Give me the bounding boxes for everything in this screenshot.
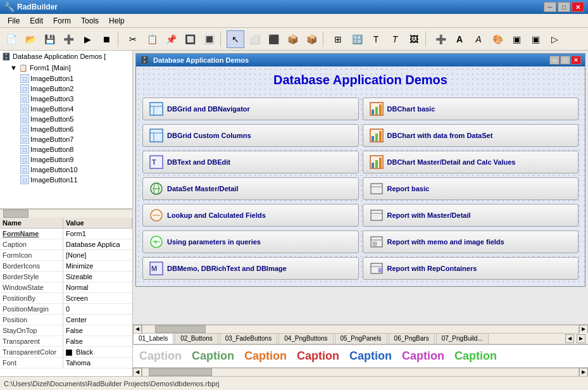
tab-fadebuttons[interactable]: 03_FadeButtons xyxy=(220,333,277,344)
tab-next-btn[interactable]: ▶ xyxy=(577,334,585,343)
tab-pngbars[interactable]: 06_PngBars xyxy=(389,333,435,344)
prop-position-value[interactable]: Center xyxy=(63,315,132,325)
tree-form[interactable]: ▼ 📋 Form1 [Main] xyxy=(0,62,132,73)
tree-area[interactable]: 🗄️ Database Application Demos [ ▼ 📋 Form… xyxy=(0,51,132,209)
prop-bordericons[interactable]: BorderIcons Minimize xyxy=(0,261,132,272)
prop-borderstyle[interactable]: BorderStyle Sizeable xyxy=(0,272,132,282)
tb-paste-button[interactable]: 📌 xyxy=(162,30,180,48)
tree-hscroll[interactable] xyxy=(0,209,132,218)
demo-btn-11[interactable]: Report with memo and image fields xyxy=(363,230,579,253)
tree-item-6[interactable]: □ ImageButton7 xyxy=(0,134,132,144)
prop-transparent[interactable]: Transparent False xyxy=(0,336,132,347)
prop-font[interactable]: Font Tahoma xyxy=(0,358,132,368)
tb-run-button[interactable]: ▶ xyxy=(78,30,96,48)
tb-text-button[interactable]: T xyxy=(367,30,385,48)
demo-btn-12[interactable]: M DBMemo, DBRichText and DBImage xyxy=(142,257,359,280)
canvas-hscroll[interactable]: ◀ ▶ xyxy=(133,324,588,333)
prop-formicon[interactable]: FormIcon [None] xyxy=(0,250,132,261)
tb-plus-button[interactable]: ➕ xyxy=(432,30,449,48)
tab-pngbuild[interactable]: 07_PngBuild... xyxy=(436,333,489,344)
demo-btn-0[interactable]: DBGrid and DBNavigator xyxy=(142,98,359,120)
design-minimize-button[interactable]: ─ xyxy=(549,56,560,65)
tb-color-button[interactable]: 🎨 xyxy=(489,30,506,48)
tb-tool2-button[interactable]: ⬛ xyxy=(265,30,282,48)
tree-item-3[interactable]: □ ImageButton4 xyxy=(0,104,132,114)
tree-item-9[interactable]: □ ImageButton10 xyxy=(0,165,132,175)
tb-align1-button[interactable]: ⊞ xyxy=(329,30,347,48)
prop-transparentcolor-value[interactable]: Black xyxy=(63,347,132,357)
tree-item-0[interactable]: □ ImageButton1 xyxy=(0,73,132,84)
tb-bold-button[interactable]: A xyxy=(451,30,468,48)
tab-prev-btn[interactable]: ◀ xyxy=(565,334,574,343)
tb-comp2-button[interactable]: 🔳 xyxy=(200,30,218,48)
prop-transparentcolor[interactable]: TransparentColor Black xyxy=(0,347,132,358)
prop-position[interactable]: Position Center xyxy=(0,315,132,325)
prop-stayontop[interactable]: StayOnTop False xyxy=(0,325,132,336)
tb-comp-button[interactable]: 🔲 xyxy=(181,30,199,48)
tab-pngbuttons[interactable]: 04_PngButtons xyxy=(278,333,333,344)
tree-item-4[interactable]: □ ImageButton5 xyxy=(0,114,132,124)
demo-btn-5[interactable]: DBChart Master/Detail and Calc Values xyxy=(363,151,579,173)
tab-labels[interactable]: 01_Labels xyxy=(133,333,173,344)
tb-italic-button[interactable]: A xyxy=(470,30,487,48)
tb-tool4-button[interactable]: 📦 xyxy=(303,30,320,48)
hscroll-left-btn[interactable]: ◀ xyxy=(133,325,142,334)
tb-more3-button[interactable]: ▷ xyxy=(546,30,563,48)
prop-formname[interactable]: FormName Form1 xyxy=(0,229,132,239)
tabcontent-hscroll-right[interactable]: ▶ xyxy=(579,368,588,377)
tree-root[interactable]: 🗄️ Database Application Demos [ xyxy=(0,51,132,62)
tb-img-button[interactable]: 🖼 xyxy=(405,30,423,48)
tb-tool1-button[interactable]: ⬜ xyxy=(246,30,263,48)
demo-btn-8[interactable]: Lookup and Calculated Fields xyxy=(142,204,359,227)
prop-bordericons-value[interactable]: Minimize xyxy=(63,261,132,271)
tree-item-7[interactable]: □ ImageButton8 xyxy=(0,144,132,154)
tb-open-button[interactable]: 📂 xyxy=(22,30,39,48)
hscroll-right-btn[interactable]: ▶ xyxy=(579,325,588,334)
prop-positionby[interactable]: PositionBy Screen xyxy=(0,293,132,304)
close-button[interactable]: ✕ xyxy=(572,2,584,12)
tab-pngpanels[interactable]: 05_PngPanels xyxy=(335,333,387,344)
prop-positionmargin[interactable]: PositionMargin 0 xyxy=(0,304,132,315)
properties-panel[interactable]: Name Value FormName Form1 Caption Databa… xyxy=(0,218,132,376)
tb-tool3-button[interactable]: 📦 xyxy=(284,30,301,48)
tree-item-10[interactable]: □ ImageButton11 xyxy=(0,175,132,185)
demo-btn-7[interactable]: Report basic xyxy=(363,177,579,200)
prop-stayontop-value[interactable]: False xyxy=(63,325,132,336)
tb-add-button[interactable]: ➕ xyxy=(59,30,77,48)
tb-save-button[interactable]: 💾 xyxy=(41,30,58,48)
tb-cut-button[interactable]: ✂ xyxy=(124,30,142,48)
tree-item-5[interactable]: □ ImageButton6 xyxy=(0,124,132,134)
tab-content-hscroll[interactable]: ◀ ▶ xyxy=(133,367,588,376)
tree-item-1[interactable]: □ ImageButton2 xyxy=(0,84,132,94)
demo-btn-2[interactable]: DBGrid Custom Columns xyxy=(142,124,359,147)
demo-btn-6[interactable]: DataSet Master/Detail xyxy=(142,177,359,200)
tab-buttons[interactable]: 02_Buttons xyxy=(175,333,218,344)
design-scroll-area[interactable]: 🗄️ Database Application Demos ─ □ ✕ Data… xyxy=(133,51,588,324)
tb-text2-button[interactable]: T xyxy=(386,30,404,48)
menu-help[interactable]: Help xyxy=(104,15,130,27)
design-close-button[interactable]: ✕ xyxy=(571,56,581,65)
prop-borderstyle-value[interactable]: Sizeable xyxy=(63,272,132,282)
demo-btn-4[interactable]: T DBText and DBEdit xyxy=(142,151,359,173)
prop-windowstate[interactable]: WindowState Normal xyxy=(0,282,132,293)
prop-caption-value[interactable]: Database Applica xyxy=(63,239,132,249)
tree-item-8[interactable]: □ ImageButton9 xyxy=(0,154,132,165)
prop-caption[interactable]: Caption Database Applica xyxy=(0,239,132,250)
prop-font-value[interactable]: Tahoma xyxy=(63,358,132,368)
tb-more2-button[interactable]: ▣ xyxy=(527,30,544,48)
minimize-button[interactable]: ─ xyxy=(544,2,556,12)
menu-edit[interactable]: Edit xyxy=(25,15,48,27)
tb-align2-button[interactable]: 🔠 xyxy=(348,30,366,48)
tb-pointer-button[interactable]: ↖ xyxy=(227,30,244,48)
tree-item-2[interactable]: □ ImageButton3 xyxy=(0,94,132,104)
design-maximize-button[interactable]: □ xyxy=(560,56,570,65)
prop-windowstate-value[interactable]: Normal xyxy=(63,282,132,292)
tb-stop-button[interactable]: ⏹ xyxy=(97,30,115,48)
demo-btn-1[interactable]: DBChart basic xyxy=(363,98,579,120)
prop-positionmargin-value[interactable]: 0 xyxy=(63,304,132,314)
prop-transparent-value[interactable]: False xyxy=(63,336,132,346)
prop-formicon-value[interactable]: [None] xyxy=(63,250,132,260)
tabcontent-hscroll-left[interactable]: ◀ xyxy=(133,368,142,377)
menu-tools[interactable]: Tools xyxy=(76,15,104,27)
tb-copy-button[interactable]: 📋 xyxy=(143,30,161,48)
